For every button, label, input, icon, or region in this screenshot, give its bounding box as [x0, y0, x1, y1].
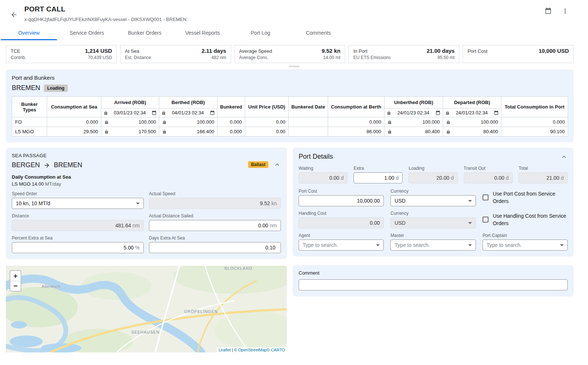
stat-label: In Port: [353, 48, 367, 54]
collapse-sea-passage-button[interactable]: [274, 161, 281, 168]
map-attribution: Leaflet | © OpenStreetMap© CARTO: [217, 347, 287, 352]
checkbox-icon[interactable]: [483, 194, 488, 200]
checkbox-icon[interactable]: [483, 217, 488, 223]
dropdown-caret-icon: [560, 244, 564, 246]
departed-date-field[interactable]: 24/01/23 02:34: [443, 109, 501, 117]
bunkered-date-cell[interactable]: [289, 117, 328, 127]
lock-icon[interactable]: [387, 120, 392, 124]
port-and-bunkers-section: Port and Bunkers BREMEN Loading Bunker T…: [6, 69, 574, 142]
unit-price-cell[interactable]: 0.00: [245, 127, 289, 137]
arrived-date-field[interactable]: 03/01/23 02:34: [101, 109, 159, 117]
back-button[interactable]: [10, 7, 18, 22]
stat-label: TCE: [11, 48, 20, 54]
sea-passage-title: SEA PASSAGE: [12, 153, 82, 158]
unit-price-cell[interactable]: 0.00: [245, 117, 289, 127]
consumption-at-berth-cell[interactable]: 86.000: [328, 127, 385, 137]
route-map[interactable]: BLOCKLAND Altenesch GRÖPELINGEN SEEHAUSE…: [6, 266, 287, 352]
port-cost-input[interactable]: 10,000.00: [299, 195, 384, 206]
lock-icon[interactable]: [387, 130, 392, 134]
arrived-rob-cell[interactable]: 170.500: [101, 127, 159, 137]
consumption-at-sea-cell[interactable]: 29.500: [47, 127, 101, 137]
lock-icon[interactable]: [162, 130, 167, 134]
stat-sub-label: Est. Distance: [125, 55, 151, 60]
lock-icon[interactable]: [446, 120, 450, 124]
arrived-rob-cell[interactable]: 100.000: [101, 117, 159, 127]
calendar-icon[interactable]: [152, 110, 157, 116]
comment-input[interactable]: [299, 279, 568, 290]
lock-icon[interactable]: [446, 130, 450, 134]
tab-vessel-reports[interactable]: Vessel Reports: [174, 26, 232, 40]
loading-input: 20.00d: [408, 172, 457, 183]
zoom-out-button[interactable]: −: [10, 281, 21, 291]
bunkered-cell[interactable]: 0.000: [218, 127, 245, 137]
tab-service-orders[interactable]: Service Orders: [58, 26, 116, 40]
percent-extra-at-sea-label: Percent Extra at Sea: [12, 235, 144, 241]
berthed-rob-cell[interactable]: 166.400: [159, 127, 218, 137]
speed-order-select[interactable]: 10 kn, 10 MT/d: [12, 198, 144, 209]
lock-icon[interactable]: [104, 111, 108, 115]
leaflet-link[interactable]: Leaflet: [219, 348, 231, 352]
port-name: BREMEN: [12, 84, 40, 92]
carto-link[interactable]: © CARTO: [267, 348, 285, 352]
stat-sub-value: 482 nm: [212, 55, 226, 60]
consumption-at-sea-cell[interactable]: 0.000: [47, 117, 101, 127]
handling-currency-label: Currency: [390, 211, 476, 216]
col-bunkered: Bunkered: [218, 97, 245, 117]
consumption-at-berth-cell[interactable]: 0.000: [328, 117, 385, 127]
dropdown-caret-icon: [468, 222, 472, 224]
departed-rob-cell[interactable]: 80.400: [443, 127, 501, 137]
speed-order-value: 10 kn, 10 MT/d: [16, 200, 50, 206]
bunkered-date-cell[interactable]: [289, 127, 328, 137]
calendar-icon[interactable]: [494, 110, 499, 116]
bunker-row-ls-mgo: LS MGO 29.500 170.500 166.400 0.000 0.00…: [12, 127, 568, 137]
more-options-button[interactable]: [561, 7, 569, 15]
berthed-rob-cell[interactable]: 100.000: [159, 117, 218, 127]
port-cost-currency-select[interactable]: USD: [390, 195, 476, 206]
stat-label: At Sea: [125, 48, 139, 54]
actual-distance-sailed-input[interactable]: 0.00nm: [149, 220, 281, 231]
stat-label: Average Speed: [239, 48, 272, 54]
calendar-button[interactable]: [544, 7, 552, 15]
lock-icon[interactable]: [162, 120, 167, 124]
lock-icon[interactable]: [104, 130, 109, 134]
col-unit-price: Unit Price (USD): [245, 97, 289, 117]
tab-bar: Overview Service Orders Bunker Orders Ve…: [0, 26, 588, 40]
tab-port-log[interactable]: Port Log: [232, 26, 289, 40]
lock-icon[interactable]: [387, 111, 391, 115]
zoom-in-button[interactable]: +: [10, 271, 21, 281]
extra-label: Extra: [354, 166, 403, 171]
berthed-date: 04/01/23 02:34: [172, 110, 204, 116]
days-extra-at-sea-input[interactable]: 0.10: [149, 242, 281, 253]
unberthed-rob-cell[interactable]: 100.000: [385, 117, 443, 127]
comment-section: Comment: [293, 265, 574, 296]
calendar-icon[interactable]: [210, 110, 215, 116]
percent-extra-at-sea-input[interactable]: 5.00%: [12, 242, 144, 253]
load-status-badge: Ballast: [248, 161, 268, 168]
departed-rob-cell[interactable]: 100.000: [443, 117, 501, 127]
arrived-date: 03/01/23 02:34: [114, 110, 146, 116]
stats-collapse-handle[interactable]: [289, 66, 300, 67]
agent-search-select[interactable]: Type to search.: [299, 240, 384, 251]
lock-icon[interactable]: [104, 120, 109, 124]
lock-icon[interactable]: [161, 111, 166, 115]
bunkered-cell[interactable]: 0.000: [218, 117, 245, 127]
extra-input[interactable]: 1.00d: [354, 172, 403, 183]
tab-bunker-orders[interactable]: Bunker Orders: [116, 26, 174, 40]
use-handling-cost-option[interactable]: Use Handling Cost from Service Orders: [483, 212, 568, 227]
collapse-port-details-button[interactable]: [560, 153, 568, 161]
use-port-cost-option[interactable]: Use Port Cost from Service Orders: [483, 190, 568, 205]
lock-icon[interactable]: [445, 111, 450, 115]
unberthed-rob-cell[interactable]: 80.400: [385, 127, 443, 137]
tab-overview[interactable]: Overview: [0, 26, 58, 40]
stat-sub-value: 95.50 mt: [437, 55, 455, 60]
berthed-date-field[interactable]: 04/01/23 02:34: [159, 109, 218, 117]
tab-comments[interactable]: Comments: [289, 26, 347, 40]
departed-date: 24/01/23 02:34: [456, 110, 488, 116]
unberthed-date-field[interactable]: 24/01/23 02:34: [385, 109, 443, 117]
right-column: Port Details Waiting 0.00d Extra 1.00d L…: [293, 148, 574, 296]
master-search-select[interactable]: Type to search.: [390, 240, 476, 251]
openstreetmap-link[interactable]: © OpenStreetMap: [234, 348, 267, 352]
port-cost-currency-label: Currency: [390, 189, 476, 194]
port-captain-search-select[interactable]: Type to search.: [483, 240, 568, 251]
calendar-icon[interactable]: [435, 110, 441, 116]
